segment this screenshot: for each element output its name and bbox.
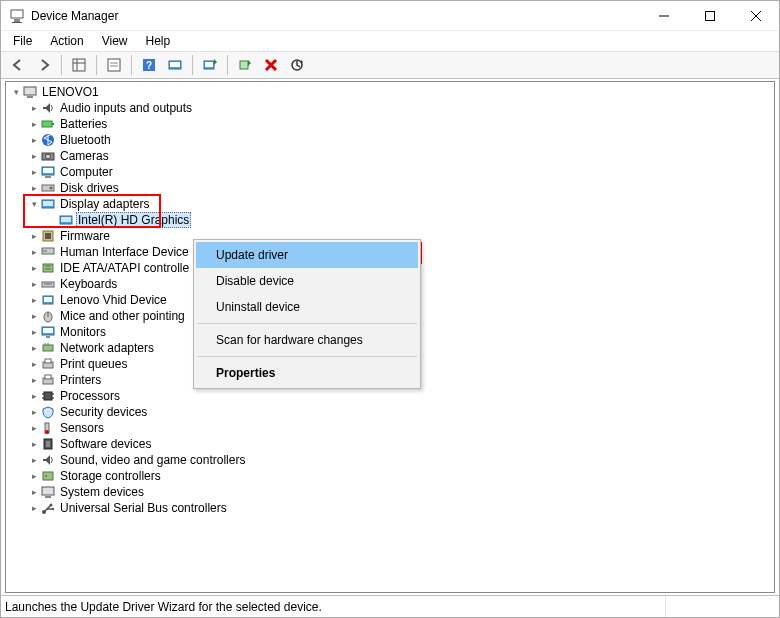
svg-rect-26 [52, 123, 54, 125]
svg-rect-10 [108, 59, 120, 71]
category-icon [40, 244, 56, 260]
chevron-right-icon[interactable]: ▸ [28, 230, 40, 242]
context-properties[interactable]: Properties [196, 360, 418, 386]
chevron-right-icon[interactable]: ▸ [28, 118, 40, 130]
tree-category[interactable]: ▸Sound, video and game controllers [10, 452, 774, 468]
category-label: Bluetooth [58, 133, 113, 147]
chevron-right-icon[interactable]: ▸ [28, 422, 40, 434]
properties-button[interactable] [103, 54, 125, 76]
chevron-right-icon[interactable]: ▸ [28, 358, 40, 370]
chevron-down-icon[interactable]: ▾ [10, 86, 22, 98]
minimize-button[interactable] [641, 1, 687, 31]
chevron-right-icon[interactable]: ▸ [28, 262, 40, 274]
device-manager-icon [9, 8, 25, 24]
tree-root[interactable]: ▾ LENOVO1 [10, 84, 774, 100]
tree-category[interactable]: ▸Storage controllers [10, 468, 774, 484]
tree-category[interactable]: ▸Disk drives [10, 180, 774, 196]
scan-changes-button[interactable] [286, 54, 308, 76]
svg-rect-71 [46, 441, 50, 447]
tree-category[interactable]: ▸System devices [10, 484, 774, 500]
chevron-right-icon[interactable]: ▸ [28, 502, 40, 514]
category-label: Disk drives [58, 181, 121, 195]
svg-rect-18 [205, 62, 213, 67]
svg-rect-23 [24, 87, 36, 95]
context-scan-hardware[interactable]: Scan for hardware changes [196, 327, 418, 353]
tree-category[interactable]: ▸Computer [10, 164, 774, 180]
category-icon [40, 324, 56, 340]
svg-text:?: ? [146, 60, 152, 71]
chevron-right-icon[interactable]: ▸ [28, 374, 40, 386]
svg-point-73 [45, 475, 47, 477]
menu-view[interactable]: View [94, 32, 136, 50]
menu-file[interactable]: File [5, 32, 40, 50]
chevron-right-icon[interactable]: ▸ [28, 310, 40, 322]
tree-category[interactable]: ▸Cameras [10, 148, 774, 164]
tree-category[interactable]: ▸Batteries [10, 116, 774, 132]
help-button[interactable]: ? [138, 54, 160, 76]
tree-category[interactable]: ▸Sensors [10, 420, 774, 436]
back-button[interactable] [7, 54, 29, 76]
context-uninstall-device[interactable]: Uninstall device [196, 294, 418, 320]
svg-rect-75 [45, 496, 51, 498]
category-label: Universal Serial Bus controllers [58, 501, 229, 515]
close-button[interactable] [733, 1, 779, 31]
scan-hardware-button[interactable] [164, 54, 186, 76]
chevron-right-icon[interactable]: ▸ [28, 342, 40, 354]
chevron-right-icon[interactable]: ▸ [28, 166, 40, 178]
tree-device[interactable]: Intel(R) HD Graphics [10, 212, 774, 228]
forward-button[interactable] [33, 54, 55, 76]
svg-rect-40 [45, 233, 51, 239]
chevron-right-icon[interactable]: ▸ [28, 438, 40, 450]
tree-root-label: LENOVO1 [40, 85, 101, 99]
svg-rect-1 [14, 19, 20, 22]
chevron-right-icon[interactable]: ▸ [28, 406, 40, 418]
tree-category[interactable]: ▸Bluetooth [10, 132, 774, 148]
computer-icon [22, 84, 38, 100]
tree-category[interactable]: ▸Audio inputs and outputs [10, 100, 774, 116]
menu-help[interactable]: Help [138, 32, 179, 50]
tree-category[interactable]: ▾Display adapters [10, 196, 774, 212]
chevron-right-icon[interactable]: ▸ [28, 294, 40, 306]
category-icon [40, 468, 56, 484]
tree-category[interactable]: ▸Universal Serial Bus controllers [10, 500, 774, 516]
tree-category[interactable]: ▸Software devices [10, 436, 774, 452]
update-driver-button[interactable] [199, 54, 221, 76]
chevron-right-icon[interactable]: ▸ [28, 246, 40, 258]
chevron-right-icon[interactable]: ▸ [28, 150, 40, 162]
chevron-right-icon[interactable]: ▸ [28, 470, 40, 482]
maximize-button[interactable] [687, 1, 733, 31]
uninstall-button[interactable] [260, 54, 282, 76]
toolbar-separator [227, 55, 228, 75]
svg-rect-72 [43, 472, 53, 480]
category-icon [40, 148, 56, 164]
category-icon [40, 260, 56, 276]
svg-point-78 [50, 504, 53, 507]
category-icon [40, 276, 56, 292]
chevron-right-icon[interactable]: ▸ [28, 102, 40, 114]
tree-category[interactable]: ▸Processors [10, 388, 774, 404]
category-icon [40, 308, 56, 324]
context-disable-device[interactable]: Disable device [196, 268, 418, 294]
category-icon [40, 436, 56, 452]
svg-rect-0 [11, 10, 23, 18]
chevron-right-icon[interactable]: ▸ [28, 486, 40, 498]
toolbar: ? [1, 51, 779, 79]
category-icon [40, 180, 56, 196]
context-update-driver[interactable]: Update driver [196, 242, 418, 268]
show-hide-tree-button[interactable] [68, 54, 90, 76]
chevron-right-icon[interactable]: ▸ [28, 182, 40, 194]
category-label: Cameras [58, 149, 111, 163]
enable-device-button[interactable] [234, 54, 256, 76]
chevron-down-icon[interactable]: ▾ [28, 198, 40, 210]
chevron-right-icon[interactable]: ▸ [28, 278, 40, 290]
menu-action[interactable]: Action [42, 32, 91, 50]
chevron-right-icon[interactable]: ▸ [28, 134, 40, 146]
svg-rect-24 [27, 96, 33, 98]
tree-category[interactable]: ▸Security devices [10, 404, 774, 420]
category-label: Firmware [58, 229, 112, 243]
category-icon [40, 292, 56, 308]
chevron-right-icon[interactable]: ▸ [28, 454, 40, 466]
svg-rect-50 [44, 297, 52, 302]
chevron-right-icon[interactable]: ▸ [28, 390, 40, 402]
chevron-right-icon[interactable]: ▸ [28, 326, 40, 338]
